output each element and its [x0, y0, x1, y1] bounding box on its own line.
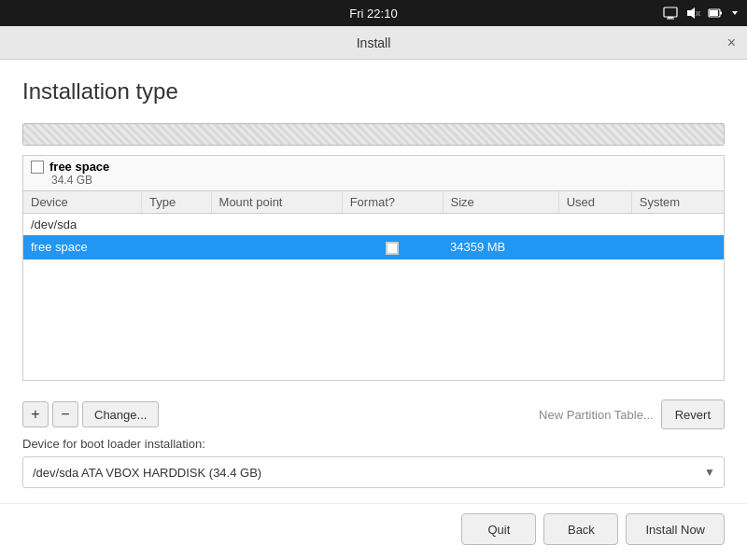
free-space-cell: free space: [23, 235, 142, 259]
col-system: System: [631, 191, 724, 214]
svg-rect-6: [710, 10, 718, 16]
quit-button[interactable]: Quit: [461, 513, 536, 545]
partition-toolbar: + − Change... New Partition Table... Rev…: [22, 392, 725, 437]
svg-text:)))): )))): [696, 10, 700, 16]
svg-rect-1: [668, 17, 673, 19]
titlebar: Install ×: [0, 26, 747, 60]
svg-rect-2: [667, 19, 674, 20]
window-title: Install: [357, 35, 391, 50]
remove-partition-button[interactable]: −: [52, 401, 78, 427]
back-button[interactable]: Back: [543, 513, 618, 545]
topbar-time: Fri 22:10: [349, 7, 397, 21]
bootloader-select-wrapper: /dev/sda ATA VBOX HARDDISK (34.4 GB) ▼: [22, 456, 725, 488]
free-space-header: free space 34.4 GB: [23, 156, 724, 191]
free-space-size: 34.4 GB: [31, 174, 109, 187]
bootloader-label: Device for boot loader installation:: [22, 437, 725, 451]
table-row[interactable]: free space 34359 MB: [23, 235, 724, 259]
table-header-row: Device Type Mount point Format? Size Use…: [23, 191, 724, 214]
partition-table: Device Type Mount point Format? Size Use…: [23, 191, 724, 259]
size-cell: 34359 MB: [443, 235, 558, 259]
col-format: Format?: [342, 191, 443, 214]
svg-rect-0: [664, 7, 677, 17]
add-partition-button[interactable]: +: [22, 401, 49, 427]
install-window: Install × Installation type free space 3…: [0, 26, 747, 560]
col-device: Device: [23, 191, 142, 214]
col-mount: Mount point: [211, 191, 342, 214]
partition-section: free space 34.4 GB Device Type Mount poi…: [22, 155, 725, 381]
svg-marker-8: [732, 11, 738, 15]
change-partition-button[interactable]: Change...: [82, 401, 159, 427]
content-area: Installation type free space 34.4 GB: [0, 60, 747, 503]
battery-icon: [708, 6, 723, 21]
topbar-dropdown-icon[interactable]: [730, 8, 740, 18]
free-space-header-label: free space: [49, 160, 109, 174]
table-row[interactable]: /dev/sda: [23, 214, 724, 236]
disk-bar-free: [23, 124, 724, 145]
svg-marker-3: [687, 7, 695, 19]
new-partition-table-button[interactable]: New Partition Table...: [535, 401, 657, 427]
col-type: Type: [142, 191, 212, 214]
bottom-bar: Quit Back Install Now: [0, 503, 747, 560]
bootloader-select[interactable]: /dev/sda ATA VBOX HARDDISK (34.4 GB): [22, 456, 725, 488]
format-checkbox[interactable]: [386, 242, 399, 255]
device-cell: /dev/sda: [23, 214, 142, 236]
col-size: Size: [443, 191, 558, 214]
bootloader-section: Device for boot loader installation: /de…: [22, 437, 725, 488]
partition-table-area: Device Type Mount point Format? Size Use…: [23, 191, 724, 380]
screen-icon: [663, 6, 678, 21]
close-button[interactable]: ×: [727, 35, 736, 50]
disk-bar: [22, 123, 725, 146]
svg-rect-7: [720, 12, 722, 15]
revert-button[interactable]: Revert: [661, 399, 725, 429]
page-title: Installation type: [22, 78, 725, 105]
volume-icon: )))): [685, 6, 700, 21]
free-space-checkbox[interactable]: [31, 161, 44, 174]
col-used: Used: [558, 191, 631, 214]
topbar: Fri 22:10 )))): [0, 0, 747, 26]
install-now-button[interactable]: Install Now: [626, 513, 725, 545]
topbar-icons: )))): [663, 6, 740, 21]
